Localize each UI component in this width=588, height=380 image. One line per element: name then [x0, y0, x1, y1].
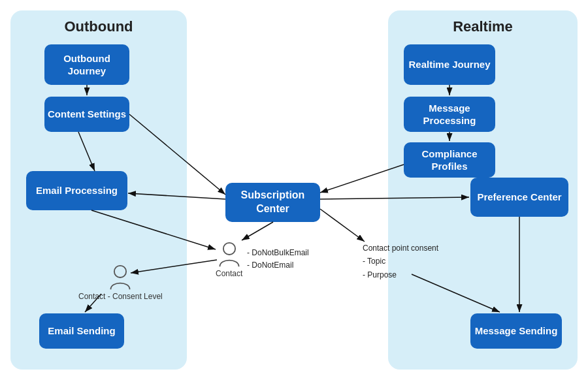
outbound-title: Outbound [10, 18, 187, 35]
contact-center-icon: Contact [216, 242, 242, 278]
compliance-profiles-box: Compliance Profiles [404, 142, 495, 178]
preference-center-box: Preference Center [470, 178, 568, 217]
svg-point-0 [223, 243, 235, 255]
svg-point-1 [114, 266, 126, 277]
email-processing-box: Email Processing [26, 171, 127, 210]
outbound-journey-box: Outbound Journey [44, 44, 129, 85]
message-sending-box: Message Sending [470, 313, 562, 349]
svg-line-12 [242, 222, 273, 240]
content-settings-box: Content Settings [44, 97, 129, 132]
subscription-center-box: Subscription Center [225, 183, 320, 222]
realtime-journey-box: Realtime Journey [404, 44, 495, 85]
contact-left-label: Contact - Consent Level [78, 292, 163, 301]
message-processing-box: Message Processing [404, 97, 495, 132]
realtime-title: Realtime [388, 18, 578, 35]
contact-point-label: Contact point consent- Topic- Purpose [363, 242, 438, 281]
donot-labels: - DoNotBulkEmail- DoNotEmail [247, 247, 309, 272]
svg-line-16 [320, 209, 365, 242]
contact-left-icon: Contact - Consent Level [78, 264, 163, 301]
email-sending-box: Email Sending [39, 313, 124, 349]
contact-center-label: Contact [216, 269, 242, 278]
